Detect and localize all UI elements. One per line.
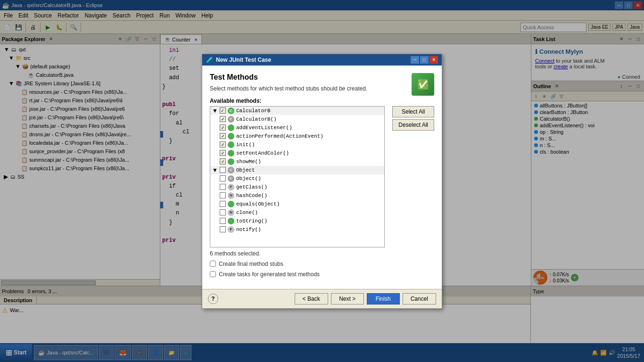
side-buttons-column: Select All Deselect All (388, 106, 434, 247)
object-group-name: Object (236, 167, 255, 173)
modal-header-row: Test Methods Select methods for which te… (210, 73, 434, 98)
create-tasks-checkbox[interactable] (210, 271, 216, 277)
modal-footer: ? < Back Next > Finish Cancel (202, 289, 442, 308)
calculatorb-class-icon: C (228, 107, 234, 114)
method-item-clone[interactable]: N clone() (210, 208, 384, 217)
clone-name: clone() (236, 210, 258, 215)
method-item-notify[interactable]: F notify() (210, 225, 384, 234)
cancel-button[interactable]: Cancel (403, 293, 436, 304)
actionperformed-icon (228, 133, 234, 140)
notify-icon: F (228, 226, 234, 233)
finish-button[interactable]: Finish (367, 293, 400, 304)
checkbox-tostring[interactable] (220, 218, 226, 224)
hashcode-name: hashCode() (236, 193, 267, 198)
checkbox-setfontandcolor[interactable] (220, 150, 226, 156)
modal-heading: Test Methods (210, 73, 367, 82)
calculatorb-ctor-name: CalculatorB() (236, 116, 277, 122)
method-group-header-calculatorb[interactable]: C CalculatorB (210, 107, 384, 115)
modal-icon-img: ✅ (412, 73, 434, 96)
expand-object[interactable] (212, 167, 218, 173)
tostring-name: toString() (236, 218, 267, 224)
back-button[interactable]: < Back (295, 293, 328, 304)
addeventhandler-name: addEventListener() (236, 125, 292, 131)
available-methods-label: Available methods: (210, 98, 434, 104)
modal-icon-container: ✅ (412, 73, 434, 96)
checkbox-actionperformed[interactable] (220, 133, 226, 139)
deselect-all-button[interactable]: Deselect All (392, 119, 434, 131)
method-item-actionperformed[interactable]: actionPerformed(ActionEvent) (210, 132, 384, 140)
checkbox-showme[interactable] (220, 158, 226, 165)
method-item-tostring[interactable]: toString() (210, 217, 384, 225)
modal-overlay: 🧪 New JUnit Test Case ─ □ ✕ Test Methods… (0, 0, 644, 362)
help-button[interactable]: ? (208, 294, 218, 304)
checkbox-calculatorb-ctor[interactable] (220, 116, 226, 122)
modal-body: Test Methods Select methods for which te… (202, 66, 442, 289)
create-final-checkbox-row: Create final method stubs (210, 261, 434, 267)
method-group-object: C Object C Object() (210, 166, 384, 234)
modal-title-text: New JUnit Test Case (216, 57, 271, 63)
object-ctor-name: Object() (236, 176, 261, 181)
method-group-header-object[interactable]: C Object (210, 166, 384, 174)
checkbox-hashcode[interactable] (220, 192, 226, 198)
modal-minimize-button[interactable]: ─ (411, 56, 419, 64)
methods-list-wrap: C CalculatorB C CalculatorB() (210, 106, 385, 247)
method-item-showme[interactable]: showMe() (210, 157, 384, 166)
modal-maximize-button[interactable]: □ (420, 56, 429, 64)
checkbox-calculatorb-group[interactable] (220, 107, 226, 114)
init-icon (228, 141, 234, 148)
method-item-setfontandcolor[interactable]: setFontAndColor() (210, 149, 384, 157)
method-group-calculatorb: C CalculatorB C CalculatorB() (210, 107, 384, 166)
equals-name: equals(Object) (236, 201, 280, 207)
methods-section: Available methods: C (210, 98, 434, 278)
checkbox-addeventhandler[interactable] (220, 124, 226, 131)
modal-close-button[interactable]: ✕ (429, 56, 438, 64)
hashcode-icon: N (228, 192, 234, 199)
create-tasks-label: Create tasks for generated test methods (219, 271, 320, 278)
junit-icon: ✅ (417, 79, 429, 90)
checkbox-getclass[interactable] (220, 184, 226, 190)
method-item-equals[interactable]: equals(Object) (210, 200, 384, 208)
actionperformed-name: actionPerformed(ActionEvent) (236, 133, 323, 139)
getclass-name: getClass() (236, 184, 267, 190)
addeventhandler-icon (228, 124, 234, 131)
methods-scroll[interactable]: C CalculatorB C CalculatorB() (210, 107, 384, 247)
method-item-getclass[interactable]: F getClass() (210, 183, 384, 191)
modal-title-icon: 🧪 (206, 57, 213, 63)
calculatorb-group-name: CalculatorB (236, 108, 271, 114)
init-name: init() (236, 142, 255, 148)
showme-name: showMe() (236, 159, 261, 165)
showme-icon (228, 158, 234, 165)
method-item-calculatorb-ctor[interactable]: C CalculatorB() (210, 115, 384, 123)
expand-calculatorb[interactable] (212, 107, 218, 114)
modal-subtext: Select methods for which test method stu… (210, 85, 367, 92)
create-tasks-checkbox-row: Create tasks for generated test methods (210, 271, 434, 278)
notify-name: notify() (236, 227, 261, 232)
ctor-icon: C (228, 116, 234, 123)
method-item-addeventhandler[interactable]: addEventListener() (210, 123, 384, 132)
new-junit-dialog: 🧪 New JUnit Test Case ─ □ ✕ Test Methods… (202, 54, 442, 309)
method-item-init[interactable]: init() (210, 140, 384, 149)
method-item-object-ctor[interactable]: C Object() (210, 174, 384, 183)
object-ctor-icon: C (228, 175, 234, 182)
getclass-icon: F (228, 184, 234, 190)
select-all-button[interactable]: Select All (392, 106, 434, 117)
create-final-label: Create final method stubs (219, 261, 283, 267)
next-button[interactable]: Next > (331, 293, 364, 304)
create-final-checkbox[interactable] (210, 261, 216, 267)
setfontandcolor-icon (228, 150, 234, 156)
clone-icon: N (228, 209, 234, 216)
object-class-icon: C (228, 167, 234, 173)
setfontandcolor-name: setFontAndColor() (236, 150, 289, 156)
selected-count-label: 6 methods selected. (210, 250, 434, 257)
checkbox-notify[interactable] (220, 226, 226, 232)
method-item-hashcode[interactable]: N hashCode() (210, 191, 384, 200)
checkbox-init[interactable] (220, 141, 226, 148)
tostring-icon (228, 218, 234, 224)
checkbox-object-group[interactable] (220, 167, 226, 173)
methods-area: C CalculatorB C CalculatorB() (210, 106, 434, 247)
checkbox-object-ctor[interactable] (220, 175, 226, 181)
checkbox-clone[interactable] (220, 209, 226, 215)
checkbox-equals[interactable] (220, 201, 226, 207)
equals-icon (228, 201, 234, 207)
modal-title-bar: 🧪 New JUnit Test Case ─ □ ✕ (202, 54, 442, 66)
